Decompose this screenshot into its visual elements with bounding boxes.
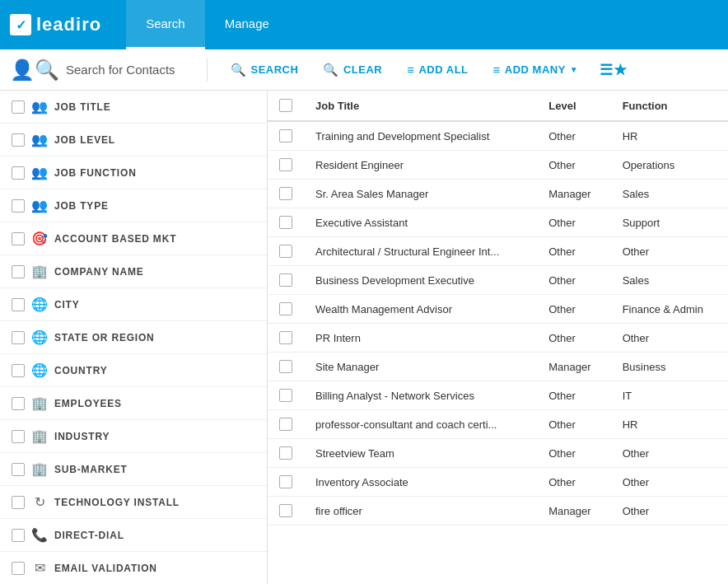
nav-tab-search[interactable]: Search <box>126 0 205 49</box>
row-0-function: HR <box>611 121 728 151</box>
sidebar-item-job-title[interactable]: 👥 JOB TITLE <box>0 91 267 124</box>
row-0-job-title: Training and Development Specialist <box>304 121 537 151</box>
clear-button[interactable]: 🔍 CLEAR <box>313 58 392 82</box>
results-table-area: Job Title Level Function Training and De… <box>268 91 728 584</box>
sidebar-item-industry[interactable]: 🏢 INDUSTRY <box>0 420 267 453</box>
sidebar-checkbox-company-name[interactable] <box>12 265 25 278</box>
row-11-checkbox[interactable] <box>279 446 292 460</box>
sidebar-checkbox-sub-market[interactable] <box>12 463 25 476</box>
row-8-checkbox-cell <box>268 353 304 381</box>
row-5-checkbox[interactable] <box>279 273 292 287</box>
row-11-checkbox-cell <box>268 439 304 468</box>
col-header-level: Level <box>537 91 610 121</box>
building-icon-4: 🏢 <box>31 461 48 477</box>
sidebar-item-email-validation[interactable]: ✉ EMAIL VALIDATION <box>0 552 267 584</box>
row-13-checkbox-cell <box>268 497 304 526</box>
row-2-function: Sales <box>611 180 728 208</box>
row-8-checkbox[interactable] <box>279 360 292 373</box>
sidebar-checkbox-abm[interactable] <box>12 232 25 245</box>
search-icon: 🔍 <box>231 63 247 77</box>
sidebar-checkbox-industry[interactable] <box>12 430 25 443</box>
row-9-checkbox[interactable] <box>279 389 292 402</box>
sidebar-item-company-name[interactable]: 🏢 COMPANY NAME <box>0 255 267 288</box>
row-0-checkbox-cell <box>268 121 304 151</box>
row-5-checkbox-cell <box>268 266 304 295</box>
sidebar-item-city[interactable]: 🌐 CITY <box>0 288 267 321</box>
sidebar-item-job-level[interactable]: 👥 JOB LEVEL <box>0 124 267 157</box>
sidebar-item-account-based-mkt[interactable]: 🎯 ACCOUNT BASED MKT <box>0 222 267 255</box>
row-1-checkbox[interactable] <box>279 158 292 171</box>
globe-icon: 🌐 <box>31 297 48 312</box>
row-3-checkbox-cell <box>268 208 304 237</box>
row-0-checkbox[interactable] <box>279 129 292 142</box>
table-row: professor-consultant and coach certi...O… <box>268 410 728 439</box>
table-row: Billing Analyst - Network ServicesOtherI… <box>268 381 728 410</box>
row-4-checkbox[interactable] <box>279 245 292 258</box>
row-5-job-title: Business Development Executive <box>304 266 537 295</box>
nav-tab-manage[interactable]: Manage <box>205 0 289 49</box>
row-2-checkbox-cell <box>268 180 304 208</box>
add-all-button[interactable]: ≡ ADD ALL <box>397 58 478 82</box>
row-2-checkbox[interactable] <box>279 187 292 200</box>
sidebar-checkbox-technology[interactable] <box>12 496 25 509</box>
sidebar-item-sub-market[interactable]: 🏢 SUB-MARKET <box>0 453 267 486</box>
toolbar-actions: 🔍 SEARCH 🔍 CLEAR ≡ ADD ALL ≡ ADD MANY ▼ … <box>221 56 633 84</box>
row-9-checkbox-cell <box>268 381 304 410</box>
logo-checkmark: ✓ <box>10 14 31 35</box>
sidebar-checkbox-city[interactable] <box>12 298 25 311</box>
row-13-job-title: fire officer <box>304 497 537 526</box>
table-row: Resident EngineerOtherOperations <box>268 151 728 180</box>
people-icon-2: 👥 <box>31 132 48 147</box>
sidebar-item-technology-install[interactable]: ↻ TECHNOLOGY INSTALL <box>0 486 267 519</box>
row-7-checkbox[interactable] <box>279 331 292 344</box>
sidebar-checkbox-email[interactable] <box>12 562 25 575</box>
table-row: Site ManagerManagerBusiness <box>268 353 728 381</box>
search-button[interactable]: 🔍 SEARCH <box>221 58 308 82</box>
sidebar-item-direct-dial[interactable]: 📞 DIRECT-DIAL <box>0 519 267 552</box>
row-2-level: Manager <box>537 180 610 208</box>
settings-button[interactable]: ☰★ <box>593 56 633 84</box>
sidebar-checkbox-country[interactable] <box>12 364 25 377</box>
sidebar-checkbox-direct-dial[interactable] <box>12 529 25 542</box>
sidebar-checkbox-employees[interactable] <box>12 397 25 410</box>
table-row: Architectural / Structural Engineer Int.… <box>268 237 728 266</box>
settings-star-icon: ☰★ <box>600 61 627 79</box>
sidebar-checkbox-job-function[interactable] <box>12 166 25 180</box>
row-11-function: Other <box>611 439 728 468</box>
sidebar-item-country[interactable]: 🌐 COUNTRY <box>0 354 267 387</box>
person-search-icon: 👤🔍 <box>10 58 59 82</box>
row-6-checkbox[interactable] <box>279 302 292 315</box>
sidebar-item-employees[interactable]: 🏢 EMPLOYEES <box>0 387 267 420</box>
row-0-level: Other <box>537 121 610 151</box>
sidebar-checkbox-job-level[interactable] <box>12 133 25 147</box>
sidebar-item-job-function[interactable]: 👥 JOB FUNCTION <box>0 157 267 189</box>
row-11-job-title: Streetview Team <box>304 439 537 468</box>
row-10-checkbox[interactable] <box>279 418 292 431</box>
row-6-checkbox-cell <box>268 295 304 324</box>
sidebar-checkbox-state[interactable] <box>12 331 25 344</box>
people-icon-3: 👥 <box>31 165 48 180</box>
chevron-down-icon: ▼ <box>570 65 578 74</box>
row-8-level: Manager <box>537 353 610 381</box>
sidebar-checkbox-job-type[interactable] <box>12 199 25 213</box>
row-1-checkbox-cell <box>268 151 304 180</box>
row-5-function: Sales <box>611 266 728 295</box>
row-12-checkbox[interactable] <box>279 475 292 488</box>
header: ✓ leadiro Search Manage <box>0 0 728 49</box>
row-8-function: Business <box>611 353 728 381</box>
search-for-contacts-label: 👤🔍 Search for Contacts <box>10 58 208 82</box>
row-13-checkbox[interactable] <box>279 504 292 517</box>
row-3-checkbox[interactable] <box>279 216 292 229</box>
sidebar-item-state-or-region[interactable]: 🌐 STATE OR REGION <box>0 321 267 354</box>
sidebar-item-job-type[interactable]: 👥 JOB TYPE <box>0 189 267 222</box>
select-all-checkbox[interactable] <box>279 99 292 112</box>
people-icon-4: 👥 <box>31 198 48 213</box>
row-10-checkbox-cell <box>268 410 304 439</box>
row-5-level: Other <box>537 266 610 295</box>
table-row: Training and Development SpecialistOther… <box>268 121 728 151</box>
row-9-level: Other <box>537 381 610 410</box>
add-all-icon: ≡ <box>407 63 414 77</box>
sidebar-checkbox-job-title[interactable] <box>12 100 25 114</box>
row-9-function: IT <box>611 381 728 410</box>
add-many-button[interactable]: ≡ ADD MANY ▼ <box>483 58 589 82</box>
